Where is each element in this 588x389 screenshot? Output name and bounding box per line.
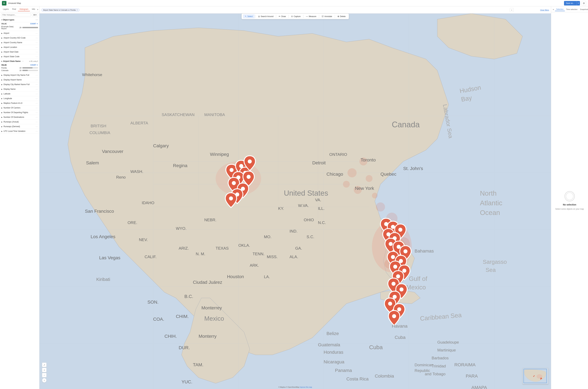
attr-row-latitude[interactable]: ▶ Latitude ··· — [0, 92, 39, 96]
object-type-row: [Example Data] Airport 29 — [1, 25, 38, 30]
map-controls: ⤢ + − ↑ — [42, 362, 47, 383]
histogram-filter-input[interactable] — [1, 13, 31, 16]
search-around-tool-button[interactable]: ◎ Search Around — [256, 14, 275, 18]
tab-find[interactable]: Find — [11, 7, 18, 11]
tab-info[interactable]: Info — [30, 7, 37, 11]
collapse-panel-button[interactable]: » — [37, 8, 38, 11]
object-types-more-button[interactable]: ··· — [36, 19, 38, 21]
attr-more-button[interactable]: ··· — [36, 93, 38, 95]
object-types-section-header[interactable]: ▾ Object types ··· — [0, 18, 39, 22]
attr-more-button[interactable]: ··· — [36, 78, 38, 81]
count-sort[interactable]: COUNT ▼ — [30, 23, 38, 25]
attr-more-button[interactable]: ··· — [36, 46, 38, 49]
attr-more-button[interactable]: ··· — [36, 36, 38, 39]
attr-more-button[interactable]: ··· — [36, 83, 38, 86]
attr-more-button[interactable]: ··· — [36, 130, 38, 132]
active-filter-tag: Airport State Name is Colorado or Florid… — [41, 8, 80, 12]
attr-row-departing-flights[interactable]: ▶ Number Of Departing Flights ··· — [0, 110, 39, 115]
attr-more-button[interactable]: ··· — [36, 125, 38, 128]
svg-text:CALIF.: CALIF. — [145, 255, 156, 259]
attr-row-state-code[interactable]: ▶ Airport State Code ··· — [0, 54, 39, 59]
attr-row-location[interactable]: ▶ Airport Location ··· — [0, 45, 39, 50]
toolbar-divider — [288, 15, 289, 18]
tab-histogram[interactable]: Histogram — [18, 7, 30, 11]
histogram-filter-all[interactable]: All ▾ — [32, 13, 38, 16]
expand-left-button[interactable]: » — [552, 8, 555, 11]
svg-point-63 — [402, 269, 406, 273]
zoom-in-button[interactable]: + — [42, 368, 47, 372]
tab-snapshots[interactable]: Snapshots — [579, 8, 588, 11]
attr-label: Airport Country ISO Code — [3, 37, 26, 39]
attr-more-button[interactable]: ··· — [36, 102, 38, 104]
svg-point-27 — [348, 168, 356, 177]
compass-button[interactable]: ↑ — [42, 378, 47, 383]
clear-filters-button[interactable]: Clear filters — [540, 9, 549, 11]
map-toolbar: ↖ Select ◎ Search Around ✏ Draw ⊙ Captur… — [241, 14, 349, 19]
tab-layers[interactable]: Layers — [1, 7, 10, 11]
attr-row-destinations[interactable]: ▶ Number Of Destinations ··· — [0, 115, 39, 120]
annotate-tool-button[interactable]: ☑ Annotate — [320, 14, 334, 18]
filter-tag-text: Airport State Name is Colorado or Florid… — [43, 9, 76, 11]
attr-header-state-name[interactable]: ▾ Airport State Name ··· n 29, uniq 2 — [0, 59, 39, 64]
attr-more-button[interactable]: ··· — [36, 97, 38, 100]
attr-row-start-date[interactable]: ▶ Airport Start Date ··· — [0, 50, 39, 54]
attr-row-mapbox-id[interactable]: ▶ Mapbox Feature Id v3 ··· — [0, 101, 39, 105]
attr-row-country-iso[interactable]: ▶ Airport Country ISO Code ··· — [0, 36, 39, 40]
zoom-fit-button[interactable]: ⤢ — [42, 362, 47, 367]
map-canvas[interactable]: Canada United States Mexico Hudson Bay N… — [39, 14, 551, 389]
expand-right-panel-button[interactable]: » — [509, 6, 514, 14]
draw-tool-button[interactable]: ✏ Draw — [277, 14, 288, 18]
section-expand-icon: ▾ — [1, 19, 2, 21]
attr-label: Display Airport City Name Full — [3, 74, 29, 76]
attr-more-button[interactable]: ··· — [36, 88, 38, 90]
attr-more-button[interactable]: ··· — [36, 51, 38, 53]
settings-button[interactable]: ⚙ — [582, 1, 586, 5]
delete-label: Delete — [340, 15, 346, 18]
attr-more-button[interactable]: ··· — [22, 60, 24, 63]
measure-tool-button[interactable]: — Measure — [304, 14, 318, 18]
toolbar-divider — [276, 15, 276, 18]
attr-row-longitude[interactable]: ▶ Longitude ··· — [0, 96, 39, 101]
svg-text:Vancouver: Vancouver — [102, 149, 123, 154]
delete-icon: ⊗ — [337, 15, 339, 18]
expand-icon: ▶ — [1, 102, 2, 104]
svg-text:Havana: Havana — [392, 324, 408, 328]
attr-more-button[interactable]: ··· — [36, 111, 38, 114]
attr-row-utc[interactable]: ▶ UTC Local Time Variation ··· — [0, 129, 39, 133]
no-selection-icon — [564, 191, 575, 201]
attr-more-button[interactable]: ··· — [36, 32, 38, 34]
svg-text:DUR.: DUR. — [179, 345, 190, 350]
attr-row-carriers[interactable]: ▶ Number Of Carriers ··· — [0, 105, 39, 110]
svg-text:ONTARIO: ONTARIO — [329, 152, 347, 157]
tab-time-selection[interactable]: Time selection — [565, 8, 579, 11]
save-dropdown[interactable]: ▾ — [576, 1, 580, 5]
svg-text:Las Vegas: Las Vegas — [99, 255, 120, 260]
attr-more-button[interactable]: ··· — [36, 41, 38, 44]
select-tool-button[interactable]: ↖ Select — [243, 14, 255, 18]
attr-row-airport[interactable]: ▶ Airport ··· — [0, 31, 39, 36]
svg-text:Kiribati: Kiribati — [96, 277, 110, 282]
filter-remove-button[interactable]: × — [77, 9, 78, 11]
attr-more-button[interactable]: ··· — [36, 121, 38, 123]
attr-row-display-airport-name[interactable]: ▶ Display Airport Name ··· — [0, 77, 39, 82]
save-button[interactable]: Save as... — [564, 1, 576, 5]
tab-selection[interactable]: Selection — [555, 8, 565, 11]
attr-more-button[interactable]: ··· — [36, 106, 38, 109]
attr-row-runways-derived[interactable]: ▶ Runways (Derived) ··· — [0, 124, 39, 129]
improve-map-link[interactable]: Improve this map — [300, 386, 312, 388]
attr-more-button[interactable]: ··· — [36, 116, 38, 118]
count-col-sort[interactable]: COUNT ▼ — [30, 64, 38, 66]
svg-text:Guadeloupe: Guadeloupe — [437, 340, 459, 344]
attr-row-country-name[interactable]: ▶ Airport Country Name ··· — [0, 40, 39, 45]
zoom-out-button[interactable]: − — [42, 373, 47, 377]
attr-row-display-city-market[interactable]: ▶ Display City Market Name Full ··· — [0, 82, 39, 87]
capture-tool-button[interactable]: ⊙ Capture — [289, 14, 302, 18]
attr-more-button[interactable]: ··· — [36, 55, 38, 58]
attr-row-display-city-full[interactable]: ▶ Display Airport City Name Full ··· — [0, 73, 39, 77]
attr-row-display-name[interactable]: ▶ Display Name ··· — [0, 87, 39, 92]
attr-label: UTC Local Time Variation — [3, 130, 26, 132]
attr-more-button[interactable]: ··· — [36, 74, 38, 76]
delete-tool-button[interactable]: ⊗ Delete — [336, 14, 348, 18]
map-area[interactable]: Airport State Name is Colorado or Florid… — [39, 6, 551, 389]
attr-row-runways-actual[interactable]: ▶ Runways (Actual) ··· — [0, 120, 39, 124]
